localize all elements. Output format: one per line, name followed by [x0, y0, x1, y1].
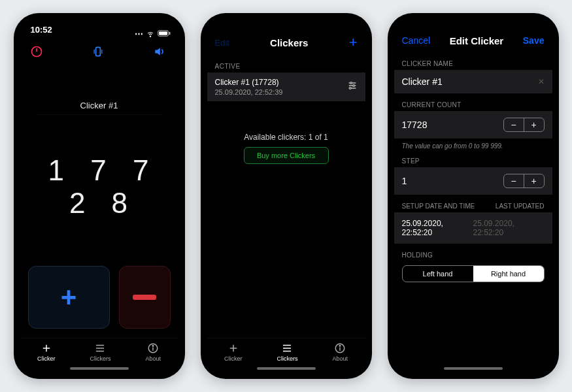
updated-date-value: 25.09.2020, 22:52:20 — [473, 219, 545, 237]
label-clicker-name: CLICKER NAME — [394, 52, 552, 70]
tab-clicker[interactable]: Clicker — [224, 342, 243, 362]
setup-date-value: 25.09.2020, 22:52:20 — [402, 219, 473, 237]
available-label: Available clickers: 1 of 1 — [207, 133, 365, 142]
tab-clicker[interactable]: Clicker — [37, 342, 56, 362]
nav-edit-button[interactable]: Edit — [215, 38, 229, 48]
step-stepper[interactable]: − + — [503, 174, 545, 188]
count-display: 1 7 7 2 8 — [20, 154, 178, 220]
stepper-plus[interactable]: + — [524, 118, 544, 131]
row-subtitle: 25.09.2020, 22:52:39 — [215, 88, 358, 96]
notch — [63, 20, 135, 34]
info-icon — [334, 342, 346, 354]
seg-left-hand[interactable]: Left hand — [403, 266, 473, 282]
name-field[interactable]: Clicker #1 ✕ — [394, 70, 552, 93]
count-field[interactable]: 17728 − + — [394, 111, 552, 139]
home-indicator — [444, 367, 503, 370]
tab-label: Clicker — [224, 355, 243, 362]
list-icon — [94, 342, 106, 354]
count-value: 17728 — [402, 120, 428, 130]
tab-about[interactable]: About — [332, 342, 348, 362]
tab-label: Clicker — [37, 355, 56, 362]
svg-rect-2 — [159, 31, 167, 35]
phone-clickers-list: Edit Clickers + ACTIVE Clicker #1 (17728… — [201, 13, 372, 379]
holding-segmented-control[interactable]: Left hand Right hand — [402, 265, 545, 282]
info-icon — [147, 342, 159, 354]
increment-button[interactable]: + — [28, 266, 110, 329]
tab-label: Clickers — [277, 355, 297, 362]
tab-label: About — [145, 355, 161, 362]
decrement-button[interactable] — [119, 266, 171, 329]
seg-right-hand[interactable]: Right hand — [473, 266, 544, 282]
plus-icon: + — [61, 284, 77, 311]
active-clicker-row[interactable]: Clicker #1 (17728) 25.09.2020, 22:52:39 — [207, 73, 365, 101]
step-field[interactable]: 1 − + — [394, 167, 552, 195]
power-icon[interactable] — [29, 44, 44, 59]
minus-icon — [133, 295, 156, 300]
stepper-minus[interactable]: − — [504, 174, 524, 188]
svg-point-23 — [339, 346, 341, 347]
svg-rect-18 — [283, 345, 291, 346]
svg-point-17 — [349, 88, 351, 90]
phone-clicker: 10:52 ⋯ — [14, 13, 185, 379]
svg-rect-6 — [96, 345, 104, 346]
label-current-count: CURRENT COUNT — [394, 93, 552, 111]
name-value: Clicker #1 — [402, 76, 443, 87]
svg-rect-19 — [283, 348, 291, 349]
vibrate-icon[interactable] — [91, 44, 105, 59]
date-row: 25.09.2020, 22:52:20 25.09.2020, 22:52:2… — [394, 212, 552, 244]
label-holding: HOLDING — [394, 244, 552, 261]
plus-icon — [227, 342, 239, 354]
nav-title: Edit Clicker — [450, 35, 504, 46]
stepper-plus[interactable]: + — [524, 174, 544, 188]
tab-about[interactable]: About — [145, 342, 161, 362]
phone-edit-clicker: Cancel Edit Clicker Save CLICKER NAME Cl… — [388, 13, 559, 379]
clock-label: 10:52 — [31, 25, 52, 42]
row-title: Clicker #1 (17728) — [215, 78, 358, 87]
home-indicator — [70, 367, 129, 370]
clear-icon[interactable]: ✕ — [538, 77, 545, 86]
sliders-icon[interactable] — [347, 80, 358, 91]
clicker-title: Clicker #1 — [20, 101, 178, 110]
section-header-active: ACTIVE — [207, 54, 365, 73]
stepper-minus[interactable]: − — [504, 118, 524, 131]
count-stepper[interactable]: − + — [503, 118, 545, 132]
divider — [36, 114, 163, 115]
notch — [250, 20, 322, 34]
battery-icon — [158, 30, 171, 37]
save-button[interactable]: Save — [523, 35, 545, 46]
speaker-icon[interactable] — [152, 44, 167, 59]
svg-point-13 — [350, 82, 352, 84]
svg-point-11 — [152, 346, 154, 347]
buy-more-button[interactable]: Buy more Clickers — [244, 147, 329, 164]
tab-clickers[interactable]: Clickers — [90, 342, 110, 362]
svg-rect-7 — [96, 348, 104, 349]
home-indicator — [257, 367, 316, 370]
label-setup-date: SETUP DATE AND TIME — [402, 203, 475, 210]
status-icons: ⋯ — [135, 25, 171, 42]
plus-icon — [41, 342, 52, 354]
tab-label: About — [332, 355, 348, 362]
svg-rect-5 — [95, 47, 100, 56]
svg-rect-8 — [96, 351, 104, 352]
notch — [437, 20, 509, 34]
nav-title: Clickers — [270, 37, 308, 48]
wifi-icon — [146, 29, 155, 38]
cancel-button[interactable]: Cancel — [402, 35, 431, 46]
list-icon — [281, 342, 293, 354]
label-last-updated: LAST UPDATED — [496, 203, 545, 210]
label-step: STEP — [394, 150, 552, 167]
tab-label: Clickers — [90, 355, 110, 362]
nav-add-button[interactable]: + — [349, 35, 358, 50]
svg-rect-20 — [283, 351, 291, 352]
tab-clickers[interactable]: Clickers — [277, 342, 297, 362]
count-hint: The value can go from 0 to 99 999. — [394, 139, 552, 150]
step-value: 1 — [402, 176, 407, 186]
svg-point-15 — [352, 85, 354, 87]
dots-icon: ⋯ — [135, 29, 143, 39]
svg-rect-1 — [169, 32, 169, 35]
